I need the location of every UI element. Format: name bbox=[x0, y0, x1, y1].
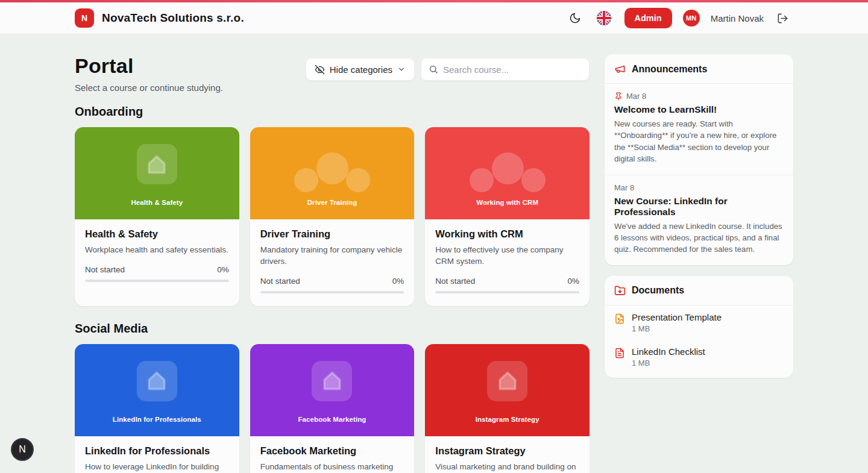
announcement-date: Mar 8 bbox=[626, 92, 646, 101]
section-title-social-media: Social Media bbox=[75, 322, 590, 336]
course-title: Health & Safety bbox=[85, 228, 229, 240]
logout-button[interactable] bbox=[775, 10, 791, 27]
course-card-driver-training[interactable]: Driver Training Driver Training Mandator… bbox=[250, 127, 415, 306]
announcement-body: New courses are ready. Start with **Onbo… bbox=[614, 118, 784, 165]
cover-label: Instagram Strategy bbox=[425, 416, 590, 423]
app-header: N NovaTech Solutions s.r.o. bbox=[0, 2, 868, 34]
house-icon bbox=[487, 361, 527, 401]
announcement-item: Mar 8 Welcome to LearnSkill! New courses… bbox=[605, 84, 793, 175]
progress-bar bbox=[435, 291, 579, 293]
company-name: NovaTech Solutions s.r.o. bbox=[102, 11, 244, 25]
hide-categories-button[interactable]: Hide categories bbox=[306, 58, 415, 81]
logout-icon bbox=[777, 13, 788, 24]
dev-tools-button[interactable]: N bbox=[11, 438, 34, 461]
document-item-linkedin-checklist[interactable]: LinkedIn Checklist 1 MB bbox=[605, 340, 793, 378]
cover-label: Driver Training bbox=[250, 199, 415, 206]
course-card-working-with-crm[interactable]: Working with CRM Working with CRM How to… bbox=[425, 127, 590, 306]
course-cover: Working with CRM bbox=[425, 127, 590, 219]
documents-title: Documents bbox=[632, 285, 684, 296]
chevron-down-icon bbox=[397, 65, 406, 74]
course-description: How to effectively use the company CRM s… bbox=[435, 245, 579, 268]
course-status: Not started bbox=[85, 265, 125, 274]
cover-label: LinkedIn for Professionals bbox=[75, 416, 239, 423]
eye-off-icon bbox=[315, 64, 325, 75]
announcement-date: Mar 8 bbox=[614, 183, 634, 192]
course-cover: LinkedIn for Professionals bbox=[75, 344, 239, 436]
folder-download-icon bbox=[614, 285, 626, 296]
search-icon bbox=[429, 64, 438, 74]
course-description: How to leverage LinkedIn for building yo… bbox=[85, 462, 229, 473]
announcement-body: We've added a new LinkedIn course. It in… bbox=[614, 221, 784, 255]
course-status: Not started bbox=[435, 277, 475, 286]
announcements-panel: Announcements Mar 8 Welcome to LearnSkil… bbox=[605, 54, 793, 265]
document-size: 1 MB bbox=[632, 324, 722, 333]
house-icon bbox=[137, 361, 177, 401]
progress-bar bbox=[85, 280, 229, 282]
search-input[interactable] bbox=[443, 64, 582, 75]
avatar-initials: MN bbox=[686, 14, 696, 22]
course-cover: Health & Safety bbox=[75, 127, 239, 219]
cover-label: Working with CRM bbox=[425, 199, 590, 206]
course-search bbox=[421, 58, 590, 81]
pin-icon bbox=[614, 92, 623, 101]
course-card-health-safety[interactable]: Health & Safety Health & Safety Workplac… bbox=[75, 127, 239, 306]
main-content: Portal Select a course or continue study… bbox=[75, 54, 590, 473]
sidebar: Announcements Mar 8 Welcome to LearnSkil… bbox=[605, 54, 793, 389]
announcements-title: Announcements bbox=[632, 64, 707, 75]
document-name: LinkedIn Checklist bbox=[632, 346, 705, 357]
user-avatar[interactable]: MN bbox=[683, 10, 700, 27]
course-description: Workplace health and safety essentials. bbox=[85, 245, 229, 256]
dark-mode-toggle[interactable] bbox=[567, 10, 583, 27]
course-title: Instagram Strategy bbox=[435, 445, 579, 457]
course-cover: Facebook Marketing bbox=[250, 344, 415, 436]
house-icon bbox=[137, 144, 177, 184]
course-percent: 0% bbox=[567, 277, 579, 286]
course-percent: 0% bbox=[217, 265, 229, 274]
user-name: Martin Novak bbox=[711, 13, 764, 23]
announcement-title: New Course: LinkedIn for Professionals bbox=[614, 196, 784, 218]
course-cover: Instagram Strategy bbox=[425, 344, 590, 436]
course-percent: 0% bbox=[392, 277, 404, 286]
progress-bar bbox=[260, 291, 404, 293]
course-title: LinkedIn for Professionals bbox=[85, 445, 229, 457]
announcement-item: Mar 8 New Course: LinkedIn for Professio… bbox=[605, 175, 793, 265]
section-title-onboarding: Onboarding bbox=[75, 105, 590, 119]
documents-panel: Documents Presentation Template 1 MB Lin… bbox=[605, 276, 793, 378]
file-image-icon bbox=[614, 313, 625, 324]
cover-label: Health & Safety bbox=[75, 199, 239, 206]
course-description: Fundamentals of business marketing on Fa… bbox=[260, 462, 404, 473]
moon-icon bbox=[569, 12, 581, 24]
page-title: Portal bbox=[75, 54, 223, 78]
logo-letter: N bbox=[81, 13, 87, 23]
megaphone-icon bbox=[614, 63, 626, 75]
brand[interactable]: N NovaTech Solutions s.r.o. bbox=[75, 8, 244, 28]
cover-label: Facebook Marketing bbox=[250, 416, 415, 423]
course-card-instagram[interactable]: Instagram Strategy Instagram Strategy Vi… bbox=[425, 344, 590, 473]
course-cover: Driver Training bbox=[250, 127, 415, 219]
course-status: Not started bbox=[260, 277, 300, 286]
course-card-linkedin[interactable]: LinkedIn for Professionals LinkedIn for … bbox=[75, 344, 239, 473]
social-media-card-grid: LinkedIn for Professionals LinkedIn for … bbox=[75, 344, 590, 473]
course-title: Working with CRM bbox=[435, 228, 579, 240]
file-text-icon bbox=[614, 348, 625, 359]
admin-button[interactable]: Admin bbox=[624, 8, 672, 28]
uk-flag-icon bbox=[597, 11, 611, 25]
announcement-title: Welcome to LearnSkill! bbox=[614, 104, 784, 115]
page-subtitle: Select a course or continue studying. bbox=[75, 83, 223, 93]
course-title: Facebook Marketing bbox=[260, 445, 404, 457]
document-name: Presentation Template bbox=[632, 312, 722, 322]
course-description: Mandatory training for company vehicle d… bbox=[260, 245, 404, 268]
onboarding-card-grid: Health & Safety Health & Safety Workplac… bbox=[75, 127, 590, 306]
document-item-presentation-template[interactable]: Presentation Template 1 MB bbox=[605, 305, 793, 340]
course-card-facebook[interactable]: Facebook Marketing Facebook Marketing Fu… bbox=[250, 344, 415, 473]
document-size: 1 MB bbox=[632, 359, 705, 368]
course-description: Visual marketing and brand building on I… bbox=[435, 462, 579, 473]
hide-categories-label: Hide categories bbox=[330, 64, 392, 75]
house-icon bbox=[312, 361, 352, 401]
language-switcher[interactable] bbox=[594, 8, 614, 28]
course-title: Driver Training bbox=[260, 228, 404, 240]
company-logo: N bbox=[75, 8, 94, 28]
